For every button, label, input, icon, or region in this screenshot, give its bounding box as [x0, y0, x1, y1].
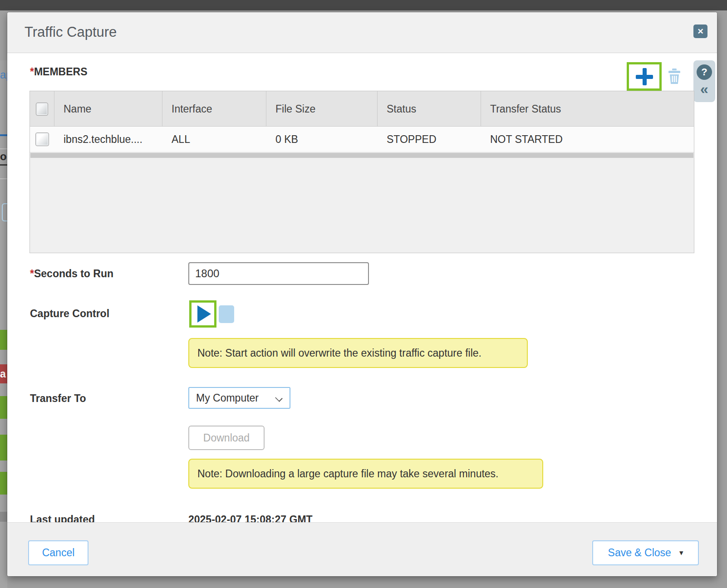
select-all-checkbox[interactable] [36, 103, 48, 116]
dialog-title: Traffic Capture [25, 24, 117, 40]
column-header-name[interactable]: Name [54, 91, 162, 127]
download-button[interactable]: Download [188, 426, 265, 450]
seconds-to-run-input[interactable] [188, 262, 369, 285]
start-button-highlight [189, 300, 216, 328]
background-tab-fragment: ol [0, 150, 7, 163]
column-header-interface[interactable]: Interface [162, 91, 266, 127]
collapse-icon[interactable]: « [693, 80, 715, 98]
delete-member-button[interactable] [668, 69, 681, 84]
cell-interface: ALL [162, 133, 266, 146]
background-status-green [0, 435, 7, 461]
browser-top-bar [0, 0, 727, 10]
dialog-side-panel: ? « [693, 60, 715, 102]
caret-down-icon: ▾ [679, 548, 683, 558]
background-page-edge: ap ol a [0, 10, 7, 588]
background-active-tab-underline [0, 134, 7, 136]
column-header-file-size[interactable]: File Size [266, 91, 378, 127]
background-status-red: a [0, 364, 7, 383]
close-icon[interactable]: ✕ [693, 24, 707, 38]
cell-transfer-status: NOT STARTED [481, 133, 694, 146]
dialog-header: Traffic Capture ✕ [7, 12, 717, 53]
row-checkbox[interactable] [35, 132, 49, 146]
plus-icon [643, 68, 647, 85]
background-tab-underline [0, 164, 7, 166]
members-table: Name Interface File Size Status Transfer… [29, 91, 694, 253]
save-close-button[interactable]: Save & Close ▾ [592, 540, 699, 565]
transfer-to-dropdown[interactable]: My Computer [188, 387, 290, 409]
add-member-button[interactable] [635, 68, 653, 86]
row-checkbox-cell [30, 132, 54, 146]
traffic-capture-dialog: Traffic Capture ✕ *MEMBERS ? « Name Inte… [7, 12, 717, 576]
transfer-to-label: Transfer To [30, 392, 86, 405]
capture-control-label: Capture Control [30, 308, 109, 320]
table-row[interactable]: ibns2.techblue.... ALL 0 KB STOPPED NOT … [30, 127, 694, 152]
dialog-footer: Cancel Save & Close ▾ [7, 522, 717, 576]
required-asterisk: * [30, 66, 34, 78]
required-asterisk: * [30, 268, 34, 279]
members-section-label: *MEMBERS [30, 66, 88, 78]
transfer-to-value: My Computer [196, 392, 259, 404]
trash-icon [668, 69, 681, 84]
background-divider-dark [0, 512, 7, 522]
stop-capture-button stop-icon[interactable] [219, 305, 234, 323]
select-all-cell [30, 91, 54, 127]
start-capture-button play-icon[interactable] [197, 305, 211, 323]
background-status-green [0, 330, 7, 350]
start-note: Note: Start action will overwrite the ex… [188, 338, 528, 368]
chevron-down-icon [275, 394, 283, 402]
cell-name: ibns2.techblue.... [54, 133, 162, 146]
background-button-fragment [2, 203, 7, 221]
help-icon[interactable]: ? [697, 64, 712, 80]
add-button-highlight [627, 62, 662, 91]
members-table-header: Name Interface File Size Status Transfer… [30, 91, 694, 127]
cell-status: STOPPED [378, 133, 481, 146]
background-section [0, 10, 7, 60]
background-status-green [0, 472, 7, 495]
cancel-button[interactable]: Cancel [28, 540, 88, 565]
background-divider [0, 148, 7, 149]
column-header-transfer-status[interactable]: Transfer Status [481, 91, 694, 127]
seconds-to-run-label: *Seconds to Run [30, 268, 113, 280]
background-status-green [0, 396, 7, 419]
horizontal-scrollbar[interactable] [30, 153, 693, 158]
download-note: Note: Downloading a large capture file m… [188, 459, 543, 489]
cell-file-size: 0 KB [266, 133, 378, 146]
background-link-fragment: ap [0, 69, 7, 81]
background-divider [0, 178, 7, 179]
column-header-status[interactable]: Status [378, 91, 481, 127]
